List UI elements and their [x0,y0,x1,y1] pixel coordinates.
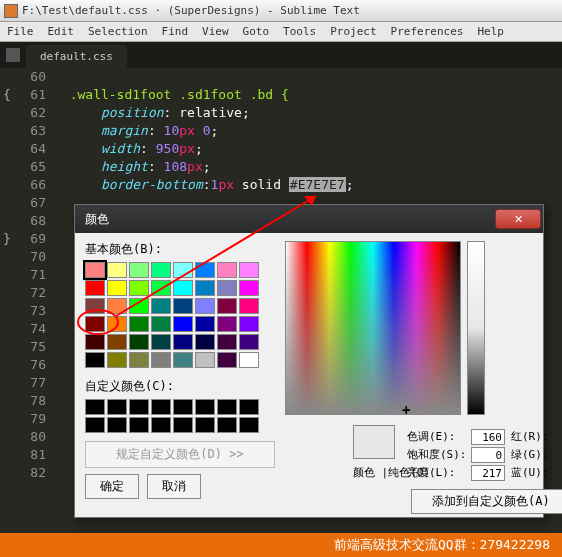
basic-swatch[interactable] [85,298,105,314]
basic-swatch[interactable] [129,280,149,296]
basic-swatch[interactable] [239,262,259,278]
code-line: border-bottom:1px solid #E7E7E7; [54,176,353,194]
basic-swatch[interactable] [129,352,149,368]
basic-swatch[interactable] [151,262,171,278]
custom-swatch[interactable] [85,417,105,433]
basic-swatch[interactable] [217,298,237,314]
menu-project[interactable]: Project [323,25,383,38]
sidebar-toggle-icon[interactable] [6,48,20,62]
custom-swatch[interactable] [195,399,215,415]
basic-swatch[interactable] [239,280,259,296]
lum-input[interactable] [471,465,505,481]
color-gradient-picker[interactable]: + [285,241,461,415]
basic-swatch[interactable] [239,334,259,350]
basic-swatch[interactable] [173,262,193,278]
line-number: 80 [14,428,54,446]
basic-swatch[interactable] [195,334,215,350]
fold-marker[interactable]: } [0,230,14,248]
line-number: 68 [14,212,54,230]
custom-swatch[interactable] [129,417,149,433]
custom-swatch[interactable] [151,417,171,433]
basic-swatch[interactable] [151,280,171,296]
custom-swatch[interactable] [217,399,237,415]
custom-swatch[interactable] [151,399,171,415]
menu-file[interactable]: File [0,25,41,38]
basic-swatch[interactable] [195,280,215,296]
basic-swatch[interactable] [151,316,171,332]
basic-swatch[interactable] [129,316,149,332]
basic-swatch[interactable] [217,334,237,350]
basic-swatch[interactable] [129,262,149,278]
tabbar: default.css [0,42,562,68]
basic-swatch[interactable] [151,298,171,314]
dialog-titlebar[interactable]: 颜色 ✕ [75,205,543,233]
basic-swatch[interactable] [107,334,127,350]
close-button[interactable]: ✕ [495,209,541,229]
basic-swatch[interactable] [85,316,105,332]
basic-swatch[interactable] [85,262,105,278]
add-custom-button[interactable]: 添加到自定义颜色(A) [411,489,562,514]
basic-swatch[interactable] [107,280,127,296]
basic-swatch[interactable] [173,280,193,296]
menu-selection[interactable]: Selection [81,25,155,38]
code-line: .wall-sd1foot .sd1foot .bd { [54,86,289,104]
menu-tools[interactable]: Tools [276,25,323,38]
basic-swatch[interactable] [173,334,193,350]
basic-swatch[interactable] [217,280,237,296]
basic-swatch[interactable] [129,334,149,350]
basic-swatch[interactable] [217,316,237,332]
menu-goto[interactable]: Goto [236,25,277,38]
line-number: 69 [14,230,54,248]
hue-input[interactable] [471,429,505,445]
basic-swatch[interactable] [239,298,259,314]
basic-swatch[interactable] [129,298,149,314]
basic-swatch[interactable] [195,262,215,278]
code-line: margin: 10px 0; [54,122,218,140]
fold-marker[interactable]: { [0,86,14,104]
basic-swatch[interactable] [85,352,105,368]
basic-swatch[interactable] [107,316,127,332]
custom-swatch[interactable] [239,399,259,415]
basic-swatch[interactable] [173,352,193,368]
basic-swatch[interactable] [217,352,237,368]
menu-edit[interactable]: Edit [41,25,82,38]
cancel-button[interactable]: 取消 [147,474,201,499]
menu-preferences[interactable]: Preferences [384,25,471,38]
custom-swatch[interactable] [173,399,193,415]
basic-swatch[interactable] [173,298,193,314]
app-icon [4,4,18,18]
basic-swatch[interactable] [173,316,193,332]
menu-view[interactable]: View [195,25,236,38]
menu-find[interactable]: Find [155,25,196,38]
custom-swatch[interactable] [195,417,215,433]
line-number: 75 [14,338,54,356]
basic-swatch[interactable] [195,316,215,332]
tab-default-css[interactable]: default.css [26,45,127,68]
basic-swatch[interactable] [217,262,237,278]
code-line: height: 108px; [54,158,211,176]
custom-swatch[interactable] [129,399,149,415]
basic-swatch[interactable] [239,316,259,332]
basic-swatch[interactable] [85,334,105,350]
line-number: 65 [14,158,54,176]
custom-swatch[interactable] [217,417,237,433]
basic-swatch[interactable] [107,298,127,314]
custom-swatch[interactable] [85,399,105,415]
basic-swatch[interactable] [239,352,259,368]
luminance-slider[interactable] [467,241,485,415]
basic-swatch[interactable] [151,334,171,350]
basic-swatch[interactable] [107,262,127,278]
basic-swatch[interactable] [195,298,215,314]
custom-swatch[interactable] [107,399,127,415]
line-number: 79 [14,410,54,428]
basic-swatch[interactable] [195,352,215,368]
ok-button[interactable]: 确定 [85,474,139,499]
custom-swatch[interactable] [173,417,193,433]
custom-swatch[interactable] [239,417,259,433]
basic-swatch[interactable] [107,352,127,368]
menu-help[interactable]: Help [470,25,511,38]
sat-input[interactable] [471,447,505,463]
basic-swatch[interactable] [85,280,105,296]
custom-swatch[interactable] [107,417,127,433]
basic-swatch[interactable] [151,352,171,368]
